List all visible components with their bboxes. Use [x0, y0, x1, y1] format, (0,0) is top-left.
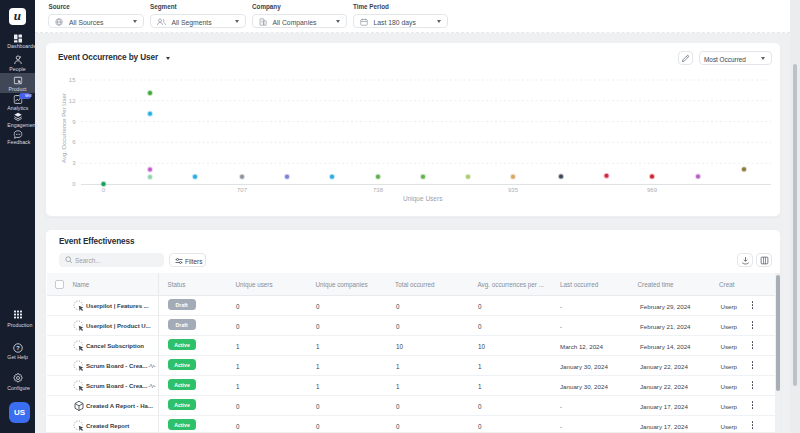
svg-text:?: ? — [16, 345, 20, 351]
